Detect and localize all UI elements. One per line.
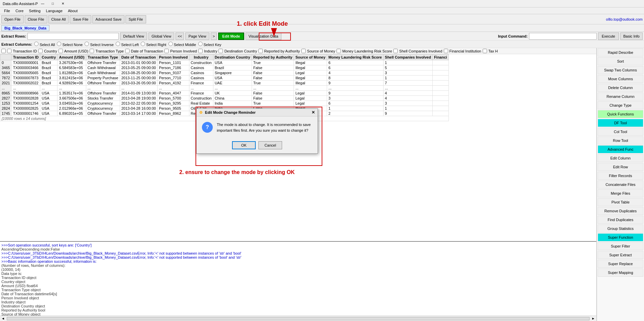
select-left-radio[interactable] [116, 42, 120, 46]
save-file-button[interactable]: Save File [70, 15, 91, 23]
split-file-button[interactable]: Split File [125, 15, 146, 23]
col-header-4[interactable]: Date of Transaction [120, 55, 157, 60]
col-check-all[interactable] [1, 49, 6, 53]
dialog-cancel-button[interactable]: Cancel [258, 141, 282, 149]
sidebar-btn-advanced-func[interactable]: Advanced Func [598, 145, 643, 153]
table-row[interactable]: 0TX0000000001Brazil3.267530e+06Offshore … [0, 60, 449, 65]
sidebar-btn-df-tool[interactable]: DF Tool [598, 119, 643, 127]
col-header-1[interactable]: Country [40, 55, 58, 60]
dialog-ok-button[interactable]: OK [232, 141, 256, 149]
col-check-11[interactable] [393, 49, 398, 53]
table-row[interactable]: 3465TX0000003466Brazil6.584583e+05Cash W… [0, 65, 449, 70]
sidebar-btn-sort[interactable]: Sort [598, 57, 643, 65]
sidebar-btn-pivot-table[interactable]: Pivot Table [598, 198, 643, 206]
select-none-radio[interactable] [57, 42, 61, 46]
col-header-5[interactable]: Person Involved [157, 55, 189, 60]
menu-file[interactable]: File [1, 8, 13, 14]
select-middle-radio[interactable] [168, 42, 173, 46]
sidebar-btn-rename-column[interactable]: Rename Column [598, 92, 643, 101]
sidebar-btn-concatenate-files[interactable]: Concatenate Files [598, 180, 643, 189]
col-check-7[interactable] [218, 49, 223, 53]
col-check-9[interactable] [301, 49, 306, 53]
sidebar-btn-find-duplicates[interactable]: Find Duplicates [598, 216, 643, 224]
select-right-radio[interactable] [141, 42, 145, 46]
sidebar-btn-super-mapping[interactable]: Super Mapping [598, 269, 643, 277]
execute-button[interactable]: Execute [598, 33, 619, 40]
sidebar-btn-delete-column[interactable]: Delete Column [598, 84, 643, 92]
col-header-0[interactable]: Transaction ID [12, 55, 40, 60]
global-view-button[interactable]: Global View [148, 33, 175, 40]
page-view-button[interactable]: Page View [185, 33, 209, 40]
table-row[interactable]: 7872TX0000007873Brazil3.812415e+06Proper… [0, 76, 449, 81]
col-check-8[interactable] [258, 49, 263, 53]
h-scrollbar[interactable]: ◄ ► [0, 316, 596, 321]
select-all-radio[interactable] [34, 42, 39, 46]
select-key-radio[interactable] [198, 42, 203, 46]
table-row[interactable]: 2021TX0000002022Brazil4.928929e+06Offsho… [0, 81, 449, 86]
col-check-13[interactable] [483, 49, 487, 53]
console-area[interactable]: >>>Sort operation successful, sort keys … [0, 241, 596, 316]
open-file-button[interactable]: Open File [1, 15, 24, 23]
sidebar-btn-merge-files[interactable]: Merge Files [598, 189, 643, 197]
menu-about[interactable]: About [65, 8, 80, 14]
col-check-2[interactable] [59, 49, 63, 53]
minimize-button[interactable]: — [38, 1, 47, 7]
advanced-save-button[interactable]: Advanced Save [92, 15, 124, 23]
menu-setting[interactable]: Setting [26, 8, 43, 14]
select-left-radio-label[interactable]: Select Left [116, 42, 139, 47]
basic-info-button[interactable]: Basic Info [620, 33, 643, 40]
dialog-close-button[interactable]: ✕ [312, 110, 315, 115]
col-check-0[interactable] [7, 49, 12, 53]
sidebar-btn-rapid-describe[interactable]: Rapid Describe [598, 48, 643, 57]
table-row[interactable]: 5664TX0000005665Brazil1.812882e+06Cash W… [0, 70, 449, 76]
select-middle-radio-label[interactable]: Select Middle [168, 42, 196, 47]
sidebar-btn-edit-column[interactable]: Edit Column [598, 154, 643, 162]
table-row[interactable]: 8965TX0000008966USA1.353517e+06Offshore … [0, 91, 449, 96]
next-button[interactable]: > [211, 33, 217, 40]
col-header-2[interactable]: Amount (USD) [58, 55, 86, 60]
select-inverse-radio[interactable] [85, 42, 89, 46]
close-button[interactable]: ✕ [58, 1, 68, 7]
default-view-button[interactable]: Default View [120, 33, 147, 40]
menu-core[interactable]: Core [13, 8, 26, 14]
select-none-radio-label[interactable]: Select None [57, 42, 83, 47]
vis-data-button[interactable]: Visualization Data [246, 33, 281, 40]
select-all-radio-label[interactable]: Select All [34, 42, 55, 47]
sidebar-btn-group-statistics[interactable]: Group Statistics [598, 224, 643, 233]
extract-rows-input[interactable] [27, 33, 119, 40]
prev-button[interactable]: << [176, 33, 184, 40]
input-cmd-input[interactable] [529, 33, 597, 40]
sidebar-btn-col-tool[interactable]: Col Tool [598, 128, 643, 136]
sidebar-btn-row-tool[interactable]: Row Tool [598, 136, 643, 145]
close-all-button[interactable]: Close All [48, 15, 69, 23]
col-header-8[interactable]: Reported by Authority [252, 55, 294, 60]
sidebar-btn-move-columns[interactable]: Move Columns [598, 75, 643, 83]
menu-language[interactable]: Language [43, 8, 65, 14]
sidebar-btn-edit-row[interactable]: Edit Row [598, 163, 643, 171]
active-tab[interactable]: Big_Black_Money_Data [1, 25, 49, 31]
sidebar-btn-super-replace[interactable]: Super Replace [598, 260, 643, 268]
table-row[interactable]: ....................................... [0, 86, 449, 91]
sidebar-btn-quick-functions[interactable]: Quick Functions [598, 110, 643, 118]
col-check-6[interactable] [198, 49, 203, 53]
maximize-button[interactable]: □ [48, 1, 58, 7]
select-right-radio-label[interactable]: Select Right [141, 42, 166, 47]
select-key-radio-label[interactable]: Select Key [198, 42, 222, 47]
col-check-3[interactable] [90, 49, 94, 53]
sidebar-btn-super-filter[interactable]: Super Filter [598, 242, 643, 250]
sidebar-btn-swap-two-columns[interactable]: Swap Two Columns [598, 66, 643, 74]
close-file-button[interactable]: Close File [25, 15, 47, 23]
edit-mode-button[interactable]: Edit Mode [218, 33, 244, 40]
sidebar-btn-remove-duplicates[interactable]: Remove Duplicates [598, 207, 643, 215]
col-header-10[interactable]: Money Laundering Risk Score [327, 55, 384, 60]
col-header-11[interactable]: Shell Companies Involved [383, 55, 432, 60]
col-header-7[interactable]: Destination Country [213, 55, 252, 60]
sidebar-btn-filter-records[interactable]: Filter Records [598, 172, 643, 180]
col-header-9[interactable]: Source of Money [294, 55, 327, 60]
sidebar-btn-change-type[interactable]: Change Type [598, 101, 643, 109]
col-check-1[interactable] [38, 49, 43, 53]
col-header-index[interactable] [0, 55, 12, 60]
col-header-3[interactable]: Transaction Type [86, 55, 120, 60]
sidebar-btn-super-function[interactable]: Super Function [598, 233, 643, 241]
col-check-10[interactable] [337, 49, 341, 53]
